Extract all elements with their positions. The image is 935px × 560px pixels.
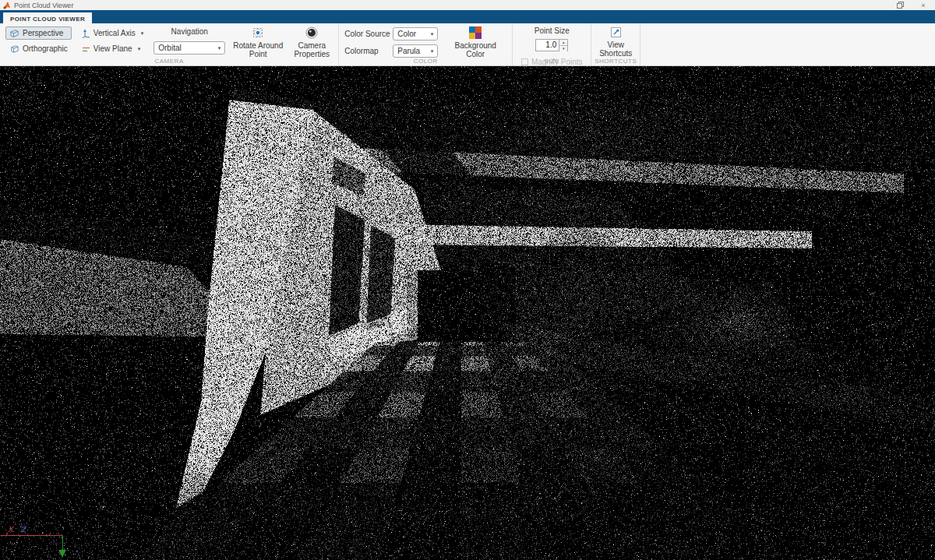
camera-properties-icon	[305, 26, 318, 39]
orthographic-button[interactable]: Orthographic	[5, 42, 72, 55]
ribbon-toolbar: Perspective Orthographic	[0, 23, 935, 66]
chevron-down-icon: ▾	[138, 46, 141, 52]
rotate-around-point-icon	[252, 26, 264, 39]
view-plane-label: View Plane	[94, 44, 132, 53]
view-plane-icon	[82, 44, 90, 54]
section-shortcuts: View Shortcuts SHORTCUTS	[591, 23, 640, 65]
swatch-orange	[475, 26, 482, 33]
view-shortcuts-icon	[610, 26, 622, 38]
perspective-label: Perspective	[23, 29, 63, 37]
navigation-label: Navigation	[153, 27, 225, 36]
restore-window-button[interactable]	[888, 0, 912, 10]
point-size-value: 1.0	[536, 40, 559, 51]
chevron-down-icon: ▾	[141, 30, 144, 37]
swatch-yellow	[469, 33, 475, 39]
perspective-button[interactable]: Perspective	[5, 26, 72, 40]
restore-icon	[897, 2, 904, 9]
chevron-down-icon: ▾	[431, 31, 434, 37]
view-plane-dropdown[interactable]: View Plane ▾	[78, 42, 147, 55]
color-source-value: Color	[397, 30, 416, 38]
rotate-around-point-button[interactable]: Rotate Around Point	[231, 26, 284, 58]
navigation-select[interactable]: Orbital ▾	[153, 41, 225, 55]
view-shortcuts-label: View Shortcuts	[597, 41, 634, 58]
section-camera: Perspective Orthographic	[0, 23, 339, 65]
stepper-buttons: ▴ ▾	[559, 40, 567, 51]
background-color-button[interactable]: Background Color	[444, 26, 506, 58]
vertical-axis-icon	[82, 29, 90, 38]
chevron-down-icon: ▾	[218, 45, 221, 51]
window-title: Point Cloud Viewer	[14, 2, 73, 9]
view-shortcuts-button[interactable]: View Shortcuts	[597, 26, 634, 58]
orthographic-label: Orthographic	[23, 44, 68, 53]
color-source-select[interactable]: Color ▾	[393, 27, 438, 41]
section-size: Point Size 1.0 ▴ ▾ Magnify Points SIZE	[513, 23, 591, 65]
perspective-icon	[9, 29, 19, 38]
section-color: Color Source Color ▾ Colormap Parula ▾	[339, 23, 513, 65]
section-label-camera: CAMERA	[0, 58, 338, 65]
navigation-value: Orbital	[158, 44, 181, 52]
swatch-blue	[469, 26, 475, 33]
section-label-color: COLOR	[339, 58, 512, 65]
colormap-value: Parula	[397, 47, 420, 55]
colormap-label: Colormap	[344, 47, 393, 55]
point-cloud-viewport[interactable]	[0, 66, 935, 560]
stepper-up-icon[interactable]: ▴	[559, 40, 567, 46]
background-color-icon	[469, 26, 482, 39]
swatch-purple	[475, 33, 482, 39]
point-size-stepper[interactable]: 1.0 ▴ ▾	[535, 39, 568, 51]
colormap-select[interactable]: Parula ▾	[393, 44, 438, 58]
section-label-shortcuts: SHORTCUTS	[591, 58, 640, 65]
titlebar: Point Cloud Viewer ×	[0, 0, 935, 10]
background-color-label: Background Color	[444, 41, 506, 58]
camera-properties-button[interactable]: Camera Properties	[291, 26, 333, 58]
rotate-around-point-label: Rotate Around Point	[231, 41, 284, 58]
section-label-size: SIZE	[513, 58, 591, 65]
window-controls: ×	[888, 0, 935, 10]
vertical-axis-label: Vertical Axis	[94, 29, 136, 37]
matlab-logo-icon	[3, 2, 11, 9]
ribbon-tab-bar: POINT CLOUD VIEWER	[0, 10, 935, 23]
chevron-down-icon: ▾	[431, 48, 434, 55]
point-size-label: Point Size	[518, 26, 585, 35]
orthographic-icon	[9, 44, 19, 54]
camera-properties-label: Camera Properties	[291, 41, 333, 58]
vertical-axis-dropdown[interactable]: Vertical Axis ▾	[78, 26, 147, 40]
close-window-button[interactable]: ×	[912, 0, 935, 10]
color-source-label: Color Source	[344, 30, 393, 38]
stepper-down-icon[interactable]: ▾	[559, 46, 567, 51]
app-window: Point Cloud Viewer × POINT CLOUD VIEWER	[0, 0, 935, 560]
